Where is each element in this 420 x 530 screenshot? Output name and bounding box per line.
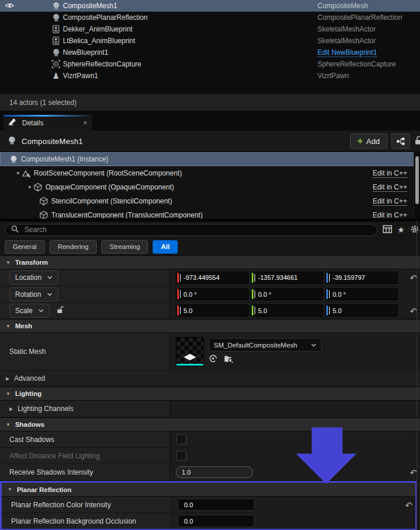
rotation-x-field[interactable]: 0.0 ° bbox=[176, 288, 249, 300]
location-x-field[interactable]: -973.449554 bbox=[176, 272, 249, 284]
property-label: Lighting Channels bbox=[17, 405, 73, 413]
tree-row-rootscene[interactable]: ▼ RootSceneComponent (RootSceneComponent… bbox=[0, 166, 420, 180]
actor-label[interactable]: CompositePlanarReflection bbox=[63, 13, 147, 22]
rotation-type-dropdown[interactable]: Rotation bbox=[9, 287, 58, 301]
scale-lock-icon[interactable] bbox=[57, 306, 64, 316]
actor-label[interactable]: NewBlueprint1 bbox=[63, 48, 108, 57]
visibility-eye-icon[interactable] bbox=[5, 2, 15, 11]
rotation-y-field[interactable]: 0.0 ° bbox=[250, 288, 323, 300]
edit-in-cpp-link[interactable]: Edit in C++ bbox=[373, 211, 407, 219]
rotation-z-field[interactable]: 0.0 ° bbox=[325, 288, 398, 300]
search-input[interactable] bbox=[23, 225, 371, 234]
add-button-label: Add bbox=[366, 137, 380, 146]
details-pencil-icon bbox=[8, 118, 17, 128]
actor-type: CompositeMesh bbox=[317, 2, 368, 10]
reset-to-default-icon[interactable]: ↶ bbox=[405, 500, 412, 509]
property-row-affect-distance-field: Affect Distance Field Lighting bbox=[0, 448, 420, 464]
edit-in-cpp-link[interactable]: Edit in C++ bbox=[373, 169, 407, 178]
outliner-row[interactable]: ♟ VizrtPawn1 VizrtPawn bbox=[0, 70, 420, 82]
actor-label[interactable]: LtBelica_AnimBlueprint bbox=[63, 37, 135, 45]
tree-row-instance[interactable]: CompositeMesh1 (Instance) bbox=[0, 152, 420, 166]
outliner-row[interactable]: Dekker_AnimBlueprint SkeletalMeshActor bbox=[0, 23, 420, 35]
actor-count-text: 14 actors (1 selected) bbox=[9, 99, 76, 107]
outliner-row[interactable]: CompositePlanarReflection CompositePlana… bbox=[0, 12, 420, 23]
property-label: Static Mesh bbox=[9, 348, 46, 356]
section-transform[interactable]: ▼ Transform bbox=[0, 255, 420, 269]
location-z-field[interactable]: -39.159797 bbox=[325, 272, 398, 284]
tree-scrollbar-track[interactable] bbox=[414, 152, 420, 219]
section-shadows[interactable]: ▼ Shadows bbox=[0, 417, 420, 431]
world-outliner: CompositeMesh1 CompositeMesh CompositePl… bbox=[0, 0, 420, 93]
display-filter-icon[interactable] bbox=[383, 225, 392, 235]
outliner-row[interactable]: CompositeMesh1 CompositeMesh bbox=[0, 0, 420, 12]
skeletal-mesh-icon bbox=[51, 36, 61, 45]
actor-label[interactable]: CompositeMesh1 bbox=[63, 2, 117, 10]
actor-icon bbox=[8, 155, 19, 164]
scale-z-field[interactable]: 5.0 bbox=[325, 304, 398, 317]
property-row-planar-color-intensity: Planar Reflection Color Intensity 0.0 ↶ bbox=[2, 497, 415, 513]
expand-arrow-icon[interactable]: ▼ bbox=[15, 171, 21, 176]
receive-shadows-intensity-field[interactable]: 1.0 bbox=[176, 466, 253, 478]
actor-type: SphereReflectionCapture bbox=[317, 60, 396, 68]
collapse-triangle-icon: ▼ bbox=[6, 260, 10, 265]
advanced-expander[interactable]: ▶ Advanced bbox=[0, 371, 420, 387]
static-mesh-thumbnail[interactable] bbox=[176, 337, 204, 366]
dropdown-label: Scale bbox=[15, 307, 33, 315]
tree-scrollbar-thumb[interactable] bbox=[415, 156, 419, 204]
location-y-field[interactable]: -1357.934661 bbox=[250, 272, 323, 284]
expand-arrow-icon[interactable]: ▼ bbox=[27, 185, 33, 190]
actor-icon bbox=[51, 13, 61, 22]
affect-distance-field-checkbox[interactable] bbox=[177, 451, 186, 461]
actor-type: CompositePlanarReflection bbox=[317, 13, 402, 22]
section-lighting[interactable]: ▼ Lighting bbox=[0, 387, 420, 401]
filter-chip-rendering[interactable]: Rendering bbox=[50, 240, 97, 254]
tree-row-translucent[interactable]: TranslucentComponent (TranslucentCompone… bbox=[0, 208, 420, 219]
section-mesh[interactable]: ▼ Mesh bbox=[0, 319, 420, 333]
browse-to-asset-icon[interactable] bbox=[224, 354, 234, 365]
filter-chip-general[interactable]: General bbox=[5, 240, 45, 254]
tree-row-stencil[interactable]: StencilComponent (StencilComponent) Edit… bbox=[0, 194, 420, 208]
edit-in-cpp-link[interactable]: Edit in C++ bbox=[373, 183, 407, 192]
planar-reflection-highlight-box: ▼ Planar Reflection Planar Reflection Co… bbox=[0, 481, 417, 530]
favorites-star-icon[interactable]: ★ bbox=[397, 226, 405, 234]
blueprint-graph-button[interactable] bbox=[391, 134, 410, 149]
planar-color-intensity-field[interactable]: 0.0 bbox=[178, 499, 255, 511]
scale-y-field[interactable]: 5.0 bbox=[250, 304, 323, 317]
panel-tab-bar: Details × bbox=[0, 111, 420, 131]
static-mesh-asset-dropdown[interactable]: SM_DefaultCompositeMesh bbox=[209, 338, 322, 352]
actor-label[interactable]: Dekker_AnimBlueprint bbox=[63, 25, 132, 33]
close-icon[interactable]: × bbox=[83, 119, 87, 127]
search-box[interactable] bbox=[5, 224, 377, 236]
tree-row-label: StencilComponent (StencilComponent) bbox=[51, 197, 172, 205]
outliner-row[interactable]: LtBelica_AnimBlueprint SkeletalMeshActor bbox=[0, 35, 420, 47]
asset-type-color-bar bbox=[177, 364, 203, 366]
expand-triangle-icon[interactable]: ▶ bbox=[9, 406, 13, 412]
actor-label[interactable]: VizrtPawn1 bbox=[63, 72, 98, 80]
tab-details[interactable]: Details × bbox=[3, 115, 92, 131]
outliner-row[interactable]: SphereReflectionCapture SphereReflection… bbox=[0, 58, 420, 70]
actor-label[interactable]: SphereReflectionCapture bbox=[63, 60, 142, 68]
outliner-row[interactable]: NewBlueprint1 Edit NewBlueprint1 bbox=[0, 47, 420, 58]
details-scrollbar-track[interactable] bbox=[417, 220, 417, 530]
lock-icon[interactable] bbox=[414, 135, 420, 147]
location-type-dropdown[interactable]: Location bbox=[9, 271, 58, 285]
settings-gear-icon[interactable] bbox=[410, 224, 419, 236]
cast-shadows-checkbox[interactable] bbox=[177, 434, 186, 444]
collapse-triangle-icon: ▼ bbox=[8, 487, 12, 492]
property-label: Affect Distance Field Lighting bbox=[9, 452, 100, 460]
tree-row-opaque[interactable]: ▼ OpaqueComponent (OpaqueComponent) Edit… bbox=[0, 180, 420, 194]
filter-chip-all[interactable]: All bbox=[153, 240, 178, 254]
add-component-button[interactable]: + Add bbox=[350, 134, 387, 149]
dropdown-label: Location bbox=[15, 273, 41, 282]
edit-blueprint-link[interactable]: Edit NewBlueprint1 bbox=[317, 48, 377, 57]
property-row-scale: Scale 5.0 5.0 5.0 ↶ bbox=[0, 303, 420, 319]
chevron-down-icon bbox=[47, 276, 52, 279]
scale-x-field[interactable]: 5.0 bbox=[176, 304, 249, 317]
section-planar-reflection[interactable]: ▼ Planar Reflection bbox=[2, 483, 415, 497]
filter-chip-streaming[interactable]: Streaming bbox=[101, 240, 148, 254]
use-selected-asset-icon[interactable] bbox=[209, 354, 218, 365]
tree-row-label: TranslucentComponent (TranslucentCompone… bbox=[51, 211, 203, 219]
edit-in-cpp-link[interactable]: Edit in C++ bbox=[373, 197, 407, 206]
scale-type-dropdown[interactable]: Scale bbox=[9, 304, 50, 318]
planar-occlusion-field[interactable]: 0.0 bbox=[178, 515, 255, 527]
